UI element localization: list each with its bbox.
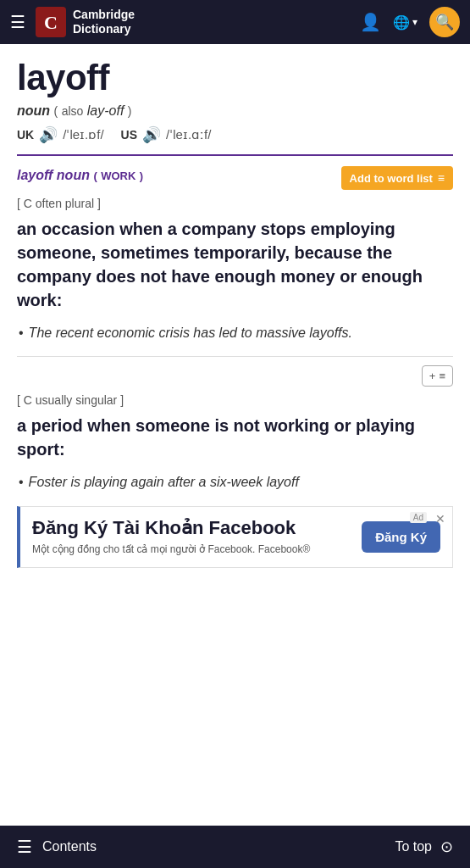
bottom-nav-left: ☰ Contents — [17, 837, 97, 857]
list-icon: ≡ — [438, 171, 445, 185]
also-text: also — [62, 104, 84, 118]
example-2: • Foster is playing again after a six-we… — [17, 473, 453, 492]
bottom-nav-right: To top ⊙ — [395, 837, 453, 856]
language-selector[interactable]: 🌐 ▾ — [393, 14, 417, 31]
plus-list-icon: + — [429, 370, 436, 382]
def-word: layoff — [17, 168, 53, 182]
pos-row: noun ( also lay-off ) — [17, 103, 453, 119]
add-small-button[interactable]: + ≡ — [422, 365, 453, 387]
add-wordlist-label: Add to word list — [350, 172, 433, 185]
search-button[interactable]: 🔍 — [429, 7, 460, 37]
bottom-navigation: ☰ Contents To top ⊙ — [0, 826, 470, 868]
app-header: ☰ C Cambridge Dictionary 👤 🌐 ▾ 🔍 — [0, 0, 470, 44]
def-header-1: layoff noun ( WORK ) Add to word list ≡ — [17, 166, 453, 190]
svg-text:C: C — [44, 12, 58, 33]
ad-title: Đăng Ký Tài Khoản Facebook — [32, 517, 350, 539]
search-icon: 🔍 — [435, 13, 454, 31]
logo[interactable]: C Cambridge Dictionary — [36, 7, 360, 37]
grammar-note-1: [ C often plural ] — [17, 197, 453, 210]
add-to-wordlist-button[interactable]: Add to word list ≡ — [341, 166, 453, 190]
globe-icon: 🌐 — [393, 14, 410, 31]
chevron-down-icon: ▾ — [412, 16, 417, 28]
definition-section-2: [ C usually singular ] a period when som… — [17, 393, 453, 492]
pronunciation-row: UK 🔊 /ˈleɪ.ɒf/ US 🔊 /ˈleɪ.ɑːf/ — [17, 125, 453, 144]
grammar-note-2: [ C usually singular ] — [17, 393, 453, 407]
definition-section-1: layoff noun ( WORK ) Add to word list ≡ … — [17, 166, 453, 342]
def-category-close: ) — [140, 170, 143, 182]
also-close: ) — [128, 104, 132, 118]
to-top-button[interactable]: To top — [395, 839, 432, 854]
example-text-1: The recent economic crisis has led to ma… — [29, 324, 352, 342]
word-title: layoff — [17, 58, 453, 98]
ad-content: Đăng Ký Tài Khoản Facebook Một cộng đồng… — [32, 517, 350, 557]
us-pronunciation: /ˈleɪ.ɑːf/ — [166, 127, 211, 142]
uk-audio-button[interactable]: 🔊 — [39, 125, 58, 144]
bottom-menu-icon[interactable]: ☰ — [17, 837, 32, 857]
ad-banner: Ad ✕ Đăng Ký Tài Khoản Facebook Một cộng… — [17, 506, 453, 568]
uk-label: UK — [17, 128, 34, 142]
logo-text: Cambridge Dictionary — [73, 8, 135, 36]
list-small-icon: ≡ — [439, 370, 445, 382]
alt-spelling: lay-off — [87, 103, 124, 118]
top-circle-icon[interactable]: ⊙ — [440, 837, 453, 856]
sub-divider: + ≡ — [17, 356, 453, 387]
def-category-text: WORK — [101, 170, 135, 182]
header-actions: 👤 🌐 ▾ 🔍 — [360, 7, 460, 37]
bullet-icon: • — [19, 326, 24, 341]
definition-text-2: a period when someone is not working or … — [17, 414, 453, 461]
def-pos-label: noun — [57, 168, 90, 182]
ad-cta-button[interactable]: Đăng Ký — [362, 521, 440, 553]
user-icon[interactable]: 👤 — [360, 12, 381, 32]
us-audio-button[interactable]: 🔊 — [142, 125, 161, 144]
us-label: US — [121, 128, 137, 142]
section-divider — [17, 154, 453, 156]
example-1: • The recent economic crisis has led to … — [17, 324, 453, 342]
contents-button[interactable]: Contents — [42, 839, 97, 854]
also-label: ( — [54, 104, 58, 118]
main-content: layoff noun ( also lay-off ) UK 🔊 /ˈleɪ.… — [0, 44, 470, 568]
bullet-icon-2: • — [19, 475, 24, 490]
ad-badge: Ad — [410, 512, 427, 523]
uk-pronunciation: /ˈleɪ.ɒf/ — [63, 127, 103, 142]
ad-subtitle: Một cộng đồng cho tất cả mọi người ở Fac… — [32, 542, 350, 557]
def-title-1: layoff noun ( WORK ) — [17, 166, 143, 183]
definition-text-1: an occasion when a company stops employi… — [17, 217, 453, 312]
part-of-speech: noun — [17, 103, 50, 118]
def-category: ( — [93, 170, 97, 182]
hamburger-menu-icon[interactable]: ☰ — [10, 12, 25, 32]
ad-close-button[interactable]: ✕ — [435, 512, 445, 526]
cambridge-emblem: C — [36, 7, 66, 37]
example-text-2: Foster is playing again after a six-week… — [29, 473, 299, 492]
